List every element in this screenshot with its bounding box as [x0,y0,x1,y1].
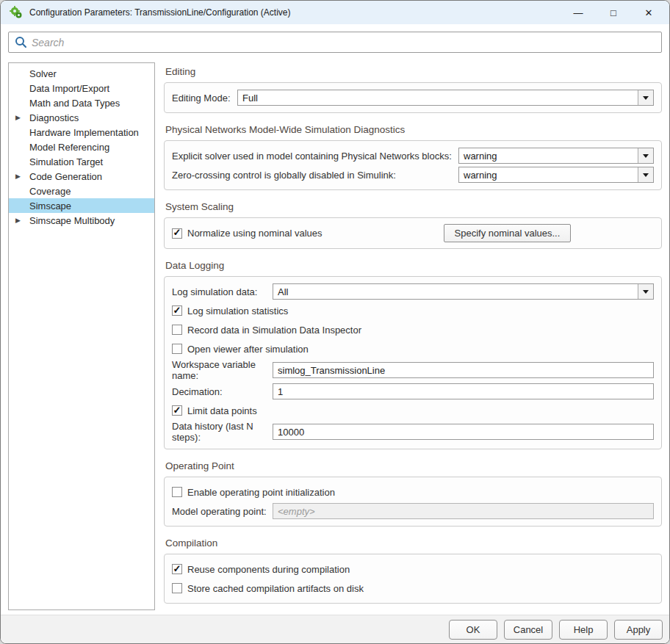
sidebar-item-data-import-export[interactable]: Data Import/Export [9,81,154,95]
footer-bar: OK Cancel Help Apply [1,615,669,643]
sidebar-item-math-and-data-types[interactable]: Math and Data Types [9,95,154,110]
dropdown-arrow-icon[interactable] [638,167,653,182]
expand-arrow-icon[interactable]: ▶ [15,217,28,224]
dialog-body: SolverData Import/ExportMath and Data Ty… [1,62,669,626]
data-logging-group: Log simulation data: All Log simulation … [164,276,662,449]
configuration-parameters-window: Configuration Parameters: TransmissionLi… [0,0,670,644]
workspace-variable-input[interactable] [273,362,654,378]
log-statistics-checkbox[interactable] [172,305,182,316]
enable-op-label: Enable operating point initialization [187,487,335,498]
apply-button[interactable]: Apply [614,620,663,640]
log-statistics-label: Log simulation statistics [187,305,288,316]
log-statistics-row: Log simulation statistics [172,302,654,319]
window-controls: — □ ✕ [563,2,663,23]
search-input[interactable] [32,37,657,48]
cancel-button[interactable]: Cancel [504,620,552,640]
maximize-button[interactable]: □ [599,2,628,23]
zero-crossing-select[interactable]: warning [458,167,654,183]
sidebar-item-hardware-implementation[interactable]: Hardware Implementation [9,125,154,140]
decimation-row: Decimation: [172,383,654,400]
editing-group: Editing Mode: Full [164,82,662,113]
section-title-diagnostics: Physical Networks Model-Wide Simulation … [165,124,662,135]
compilation-group: Reuse components during compilation Stor… [164,554,662,604]
reuse-components-row: Reuse components during compilation [172,560,654,578]
open-viewer-label: Open viewer after simulation [187,344,309,355]
decimation-input[interactable] [273,383,654,399]
titlebar: Configuration Parameters: TransmissionLi… [1,1,669,24]
section-title-data-logging: Data Logging [165,260,662,271]
zero-crossing-value: warning [459,167,638,182]
window-title: Configuration Parameters: TransmissionLi… [29,7,563,18]
record-sdi-checkbox[interactable] [172,325,182,335]
reuse-components-label: Reuse components during compilation [187,564,350,575]
sidebar-item-simscape-multibody[interactable]: ▶Simscape Multibody [9,213,154,228]
editing-mode-label: Editing Mode: [172,93,237,104]
section-title-editing: Editing [165,66,662,77]
sidebar-item-model-referencing[interactable]: Model Referencing [9,140,154,154]
expand-arrow-icon[interactable]: ▶ [15,173,28,180]
simulink-gears-icon [10,6,23,19]
ok-button[interactable]: OK [449,620,497,640]
sidebar-item-simscape[interactable]: Simscape [9,198,154,213]
limit-data-points-row: Limit data points [172,402,654,419]
expand-arrow-icon[interactable]: ▶ [15,114,28,121]
specify-nominal-values-button[interactable]: Specify nominal values... [444,224,572,242]
log-simulation-data-label: Log simulation data: [172,286,273,297]
model-op-row: Model operating point: [172,502,654,520]
zero-crossing-row: Zero-crossing control is globally disabl… [172,166,654,184]
editing-mode-row: Editing Mode: Full [172,89,654,106]
diagnostics-group: Explicit solver used in model containing… [164,140,662,190]
sidebar-item-label: Code Generation [28,171,102,182]
sidebar-item-code-generation[interactable]: ▶Code Generation [9,169,154,184]
section-title-operating-point: Operating Point [165,460,662,471]
sidebar-item-simulation-target[interactable]: Simulation Target [9,154,154,169]
model-op-label: Model operating point: [172,506,273,517]
store-cached-checkbox[interactable] [172,583,182,593]
sidebar-tree: SolverData Import/ExportMath and Data Ty… [8,62,155,610]
close-button[interactable]: ✕ [634,2,663,23]
open-viewer-checkbox[interactable] [172,344,182,354]
section-title-compilation: Compilation [165,538,662,549]
explicit-solver-row: Explicit solver used in model containing… [172,147,654,164]
log-simulation-data-select[interactable]: All [273,283,654,300]
record-sdi-row: Record data in Simulation Data Inspector [172,321,654,339]
search-icon [15,36,27,48]
sidebar-item-label: Math and Data Types [28,98,120,109]
data-history-label: Data history (last N steps): [172,421,273,443]
explicit-solver-value: warning [459,148,638,163]
sidebar-item-coverage[interactable]: Coverage [9,184,154,198]
sidebar-item-label: Data Import/Export [28,83,109,94]
editing-mode-value: Full [238,90,638,105]
dropdown-arrow-icon[interactable] [638,284,653,299]
help-button[interactable]: Help [559,620,608,640]
normalize-checkbox[interactable] [172,228,182,239]
enable-op-checkbox[interactable] [172,487,182,497]
explicit-solver-select[interactable]: warning [458,148,654,164]
workspace-variable-row: Workspace variable name: [172,359,654,381]
limit-data-points-checkbox[interactable] [172,405,182,416]
sidebar-item-label: Coverage [28,186,71,197]
sidebar-item-diagnostics[interactable]: ▶Diagnostics [9,110,154,125]
normalize-label: Normalize using nominal values [187,228,323,239]
sidebar-item-label: Solver [28,68,57,79]
limit-data-points-label: Limit data points [187,405,257,416]
record-sdi-label: Record data in Simulation Data Inspector [187,325,361,336]
decimation-label: Decimation: [172,386,273,397]
reuse-components-checkbox[interactable] [172,564,182,574]
log-simulation-data-value: All [273,284,638,299]
open-viewer-row: Open viewer after simulation [172,340,654,358]
data-history-input[interactable] [273,424,654,440]
dropdown-arrow-icon[interactable] [638,90,653,105]
sidebar-item-label: Simscape Multibody [28,215,115,226]
minimize-button[interactable]: — [563,2,593,23]
search-box[interactable] [8,32,662,53]
sidebar-item-label: Model Referencing [28,142,109,153]
settings-content: Editing Editing Mode: Full Physical Netw… [155,62,662,626]
operating-point-group: Enable operating point initialization Mo… [164,477,662,527]
dropdown-arrow-icon[interactable] [638,148,653,163]
sidebar-item-solver[interactable]: Solver [9,66,154,81]
sidebar-item-label: Hardware Implementation [28,127,139,138]
explicit-solver-label: Explicit solver used in model containing… [172,151,458,162]
sidebar-item-label: Simulation Target [28,156,103,167]
editing-mode-select[interactable]: Full [237,90,654,106]
